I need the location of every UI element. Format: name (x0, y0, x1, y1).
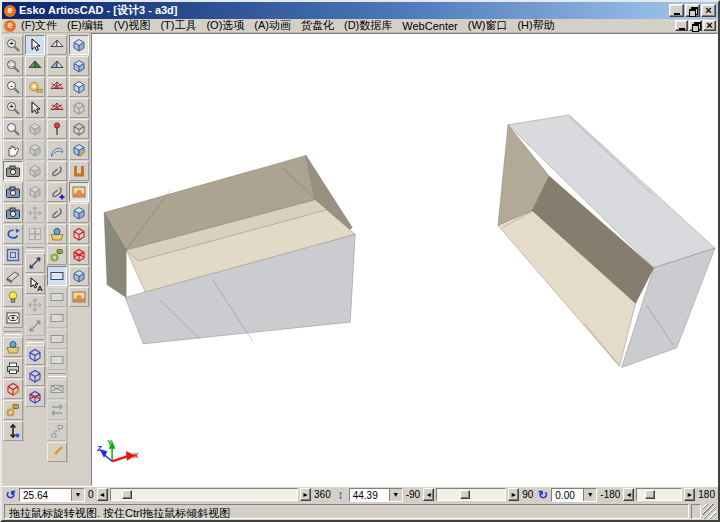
roll-angle-value[interactable]: 0.00 (552, 489, 583, 501)
minimize-button[interactable] (669, 4, 684, 17)
output-tray-button[interactable] (3, 337, 23, 357)
remove-solid-button[interactable] (25, 387, 45, 407)
tape-tool-button[interactable] (25, 77, 45, 97)
tilt-combo-dropdown-icon[interactable]: ▼ (389, 489, 402, 501)
tilt-angle-value[interactable]: 44.39 (350, 489, 389, 501)
zoom-extents-button[interactable]: + (3, 98, 23, 118)
viewpoint-camera-button[interactable] (3, 161, 23, 181)
fold-section-button[interactable] (47, 56, 67, 76)
animation-mode-button[interactable] (47, 266, 67, 286)
attach-clip-options-button[interactable] (47, 203, 67, 223)
attach-clip-add-button[interactable] (47, 182, 67, 202)
stand-tool-button[interactable] (47, 224, 67, 244)
close-button[interactable]: × (701, 4, 716, 17)
solid-blue-view-button[interactable] (69, 203, 89, 223)
fold-one-button[interactable] (47, 35, 67, 55)
axis-label-y: Y (107, 438, 113, 447)
rotate-angle-combo[interactable]: 25.64▼ (19, 488, 85, 502)
rotate-combo-dropdown-icon[interactable]: ▼ (71, 489, 84, 501)
light-source-button[interactable] (3, 287, 23, 307)
menu-item-3[interactable]: (T)工具 (155, 18, 201, 33)
solid-flat-view-button[interactable] (69, 77, 89, 97)
rotate-slider-thumb[interactable] (122, 490, 132, 499)
fold-all-button[interactable] (47, 77, 67, 97)
snapshot-output-button[interactable] (3, 203, 23, 223)
move-z-button[interactable] (3, 421, 23, 441)
sketch-view-button[interactable] (69, 140, 89, 160)
tuck-tool-button[interactable] (47, 245, 67, 265)
menu-item-0[interactable]: (F)文件 (16, 18, 62, 33)
solid-smooth-view-button[interactable] (69, 56, 89, 76)
title-bar[interactable]: e Esko ArtiosCAD - [设计3 - a3d] × (2, 2, 718, 19)
zoom-in-button[interactable]: + (3, 35, 23, 55)
mdi-close-button[interactable]: × (703, 20, 716, 31)
wireframe-red-dense-view-button[interactable] (69, 245, 89, 265)
attach-clip-button[interactable] (47, 161, 67, 181)
pan-button[interactable] (3, 140, 23, 160)
menu-item-10[interactable]: (H)帮助 (512, 18, 559, 33)
select-part-button[interactable] (25, 35, 45, 55)
svg-text:+: + (9, 40, 13, 47)
tilt-slider-thumb[interactable] (460, 490, 470, 499)
subtract-solid-button[interactable] (25, 366, 45, 386)
bend-tool-button[interactable] (47, 140, 67, 160)
rotate-scroll-left-button[interactable]: ◄ (97, 488, 108, 501)
tilt-scroll-left-button[interactable]: ◄ (423, 488, 434, 501)
roll-scroll-right-button[interactable]: ► (684, 488, 695, 501)
roll-combo-dropdown-icon[interactable]: ▼ (583, 489, 596, 501)
toolbar-separator (26, 339, 44, 343)
menu-item-1[interactable]: (E)编辑 (62, 18, 109, 33)
convert-to-2d-button[interactable] (3, 379, 23, 399)
render-view-button[interactable] (69, 182, 89, 202)
tilt-angle-combo[interactable]: 44.39▼ (349, 488, 403, 502)
menu-item-4[interactable]: (O)选项 (201, 18, 249, 33)
wireframe-red-view-button[interactable] (69, 224, 89, 244)
menu-item-8[interactable]: WebCenter (397, 20, 462, 32)
perspective-button[interactable] (3, 266, 23, 286)
annotation-tool-button[interactable]: A (25, 274, 45, 294)
print-3d-button[interactable] (3, 358, 23, 378)
solid-view-button[interactable] (69, 35, 89, 55)
menu-item-7[interactable]: (D)数据库 (339, 18, 397, 33)
tilt-slider-track[interactable] (436, 488, 506, 501)
view-frame-button[interactable] (3, 245, 23, 265)
unfold-all-button[interactable] (47, 98, 67, 118)
roll-scroll-left-button[interactable]: ◄ (623, 488, 634, 501)
rotate-angle-value[interactable]: 25.64 (20, 489, 71, 501)
rotate-scroll-right-button[interactable]: ► (300, 488, 311, 501)
select-move-button[interactable] (25, 98, 45, 118)
menu-item-6[interactable]: 货盘化 (296, 18, 339, 33)
tool-options-button[interactable] (3, 400, 23, 420)
tilt-scroll-right-button[interactable]: ► (508, 488, 519, 501)
mdi-restore-button[interactable] (689, 20, 702, 31)
anim-frame-a-icon (49, 289, 65, 305)
menu-item-2[interactable]: (V)视图 (109, 18, 156, 33)
view-visibility-button[interactable] (3, 308, 23, 328)
roll-angle-combo[interactable]: 0.00▼ (551, 488, 597, 502)
set-fold-angle-button[interactable] (47, 119, 67, 139)
3d-viewport[interactable]: YZX (91, 33, 718, 486)
highlight-creases-button[interactable] (47, 442, 67, 462)
menu-item-5[interactable]: (A)动画 (249, 18, 296, 33)
wireframe-view-button[interactable] (69, 119, 89, 139)
roll-slider-thumb[interactable] (645, 490, 655, 499)
snapshot-button[interactable] (3, 182, 23, 202)
roll-slider-track[interactable] (636, 488, 682, 501)
intersect-solid-button[interactable] (25, 345, 45, 365)
solid-shaded-view-button[interactable] (69, 266, 89, 286)
resize-grip[interactable] (703, 504, 716, 519)
dimension-tool-button[interactable] (25, 253, 45, 273)
menu-item-9[interactable]: (W)窗口 (463, 18, 513, 33)
background-view-button[interactable] (69, 287, 89, 307)
zoom-area-button[interactable] (3, 119, 23, 139)
rotate-slider-track[interactable] (110, 488, 298, 501)
fold-angle-button[interactable] (25, 56, 45, 76)
document-icon[interactable]: e (4, 20, 16, 32)
mdi-minimize-button[interactable] (675, 20, 688, 31)
hidden-line-view-button[interactable] (69, 98, 89, 118)
zoom-out-button[interactable]: - (3, 77, 23, 97)
rotate-view-button[interactable] (3, 224, 23, 244)
zoom-previous-button[interactable]: □ (3, 56, 23, 76)
restore-button[interactable] (685, 4, 700, 17)
corrugated-view-button[interactable] (69, 161, 89, 181)
